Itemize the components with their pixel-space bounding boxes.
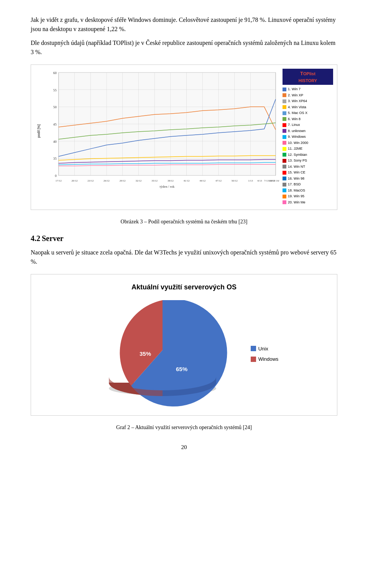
svg-text:45: 45 (53, 122, 57, 126)
legend-item-13: 14. Win NT (283, 164, 333, 170)
svg-text:38/12: 38/12 (168, 179, 174, 182)
pie-chart-container: Aktuální využití serverových OS 35% 65% (31, 274, 337, 416)
page-number: 20 (31, 443, 337, 452)
legend-color-11 (283, 153, 286, 157)
legend-color-16 (283, 183, 286, 187)
legend-item-11: 12. Symbian (283, 152, 333, 158)
legend-item-0: 1. Win 7 (283, 87, 333, 92)
svg-text:50: 50 (53, 105, 57, 109)
svg-text:55: 55 (53, 88, 57, 92)
legend-color-13 (283, 165, 286, 168)
legend-color-3 (283, 105, 286, 109)
chart-grid-area: podíl [%] (35, 69, 279, 193)
legend-item-4: 5. Mac OS X (283, 111, 333, 116)
paragraph-1: Jak je vidět z grafu, v desktopové sféře… (31, 15, 337, 34)
legend-item-2: 3. Win XP64 (283, 99, 333, 104)
legend-items-container: 1. Win 72. Win XP3. Win XP644. Win Vista… (283, 87, 333, 205)
windows-legend-label: Windows (258, 355, 279, 363)
legend-color-6 (283, 123, 286, 127)
legend-color-5 (283, 117, 286, 121)
svg-text:44/12: 44/12 (199, 179, 205, 182)
svg-text:26/12: 26/12 (104, 179, 110, 182)
legend-color-10 (283, 147, 286, 151)
legend-item-15: 16. Win 98 (283, 176, 333, 182)
svg-text:4/13: 4/13 (257, 179, 262, 182)
legend-color-2 (283, 99, 286, 103)
legend-color-12 (283, 159, 286, 163)
legend-item-8: 9. Windows (283, 134, 333, 140)
legend-item-6: 7. Linux (283, 122, 333, 128)
legend-item-9: 10. Win 2000 (283, 140, 333, 146)
legend-item-7: 8. unknown (283, 129, 333, 134)
section-42-title: Server (42, 234, 64, 243)
windows-legend-color (251, 357, 256, 362)
legend-color-0 (283, 88, 286, 91)
legend-color-15 (283, 177, 286, 180)
svg-text:13/13 16/13: 13/13 16/13 (269, 179, 279, 182)
pie-legend-unix: Unix (251, 345, 279, 353)
unix-legend-color (251, 346, 256, 351)
svg-text:60: 60 (53, 71, 57, 75)
legend-color-14 (283, 171, 286, 175)
legend-color-4 (283, 111, 286, 115)
svg-text:50/12: 50/12 (232, 179, 238, 182)
legend-color-1 (283, 93, 286, 97)
svg-text:20/12: 20/12 (72, 179, 78, 182)
legend-color-19 (283, 200, 286, 204)
svg-text:7/13: 7/13 (264, 179, 269, 182)
legend-item-10: 11. J2ME (283, 146, 333, 152)
svg-text:29/12: 29/12 (120, 179, 126, 182)
legend-color-17 (283, 188, 286, 192)
line-chart-inner: podíl [%] (35, 69, 333, 206)
svg-text:23/12: 23/12 (87, 179, 94, 182)
svg-text:týden / rok: týden / rok (160, 185, 175, 188)
unix-legend-label: Unix (258, 345, 268, 353)
paragraph-2: Dle dostupných údajů (například TOPlist)… (31, 38, 337, 57)
chart-legend: TOPlist HISTORY 1. Win 72. Win XP3. Win … (279, 69, 333, 206)
line-chart-svg: 60 55 50 45 40 35 0 (43, 69, 279, 191)
svg-text:65%: 65% (176, 366, 187, 372)
legend-item-16: 17. BSD (283, 182, 333, 187)
pie-chart-svg: 35% 65% (90, 300, 235, 408)
pie-legend: Unix Windows (251, 345, 279, 363)
pie-chart-inner: 35% 65% Unix Windows (39, 300, 329, 408)
legend-item-14: 15. Win CE (283, 170, 333, 175)
line-chart-svg-wrapper: 60 55 50 45 40 35 0 (43, 69, 279, 193)
legend-item-12: 13. Sony PS (283, 158, 333, 164)
legend-item-3: 4. Win Vista (283, 105, 333, 110)
legend-color-8 (283, 135, 286, 139)
y-axis-label: podíl [%] (35, 69, 43, 193)
svg-text:0: 0 (55, 174, 57, 178)
svg-text:35/12: 35/12 (151, 179, 158, 182)
legend-item-17: 18. MacOS (283, 188, 333, 193)
section-42-block: 4.2 Server (31, 233, 337, 244)
svg-text:41/12: 41/12 (184, 179, 190, 182)
section-42-number: 4.2 (31, 234, 40, 243)
chart1-caption: Obrázek 3 – Podíl operačních systémů na … (31, 218, 337, 226)
legend-color-7 (283, 129, 286, 133)
legend-item-19: 20. Win Me (283, 200, 333, 205)
pie-legend-windows: Windows (251, 355, 279, 363)
legend-logo-text: HISTORY (299, 78, 317, 83)
legend-item-18: 19. Win 95 (283, 194, 333, 199)
svg-text:35: 35 (53, 157, 57, 160)
svg-text:35%: 35% (140, 350, 151, 357)
legend-color-18 (283, 195, 286, 198)
svg-text:1/13: 1/13 (248, 179, 253, 182)
svg-text:17/12: 17/12 (56, 179, 62, 182)
svg-text:32/12: 32/12 (135, 179, 141, 182)
legend-logo: TOPlist HISTORY (283, 69, 333, 85)
svg-text:47/12: 47/12 (215, 179, 222, 182)
pie-chart-title: Aktuální využití serverových OS (39, 282, 329, 292)
line-chart-container: podíl [%] (31, 64, 337, 210)
legend-color-9 (283, 141, 286, 145)
chart2-caption: Graf 2 – Aktuální využití serverových op… (31, 423, 337, 431)
svg-text:40: 40 (53, 140, 57, 144)
legend-item-1: 2. Win XP (283, 93, 333, 98)
section-42-paragraph: Naopak u serverů je situace zcela opačná… (31, 248, 337, 266)
legend-item-5: 6. Win 8 (283, 117, 333, 122)
